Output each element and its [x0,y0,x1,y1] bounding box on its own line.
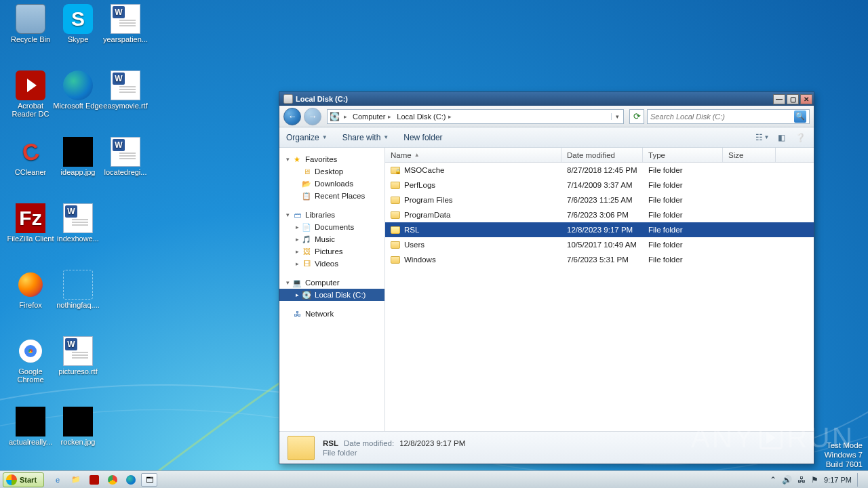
desktop-icon[interactable]: Recycle Bin [5,4,56,43]
preview-pane-button[interactable]: ◧ [774,131,788,144]
tray-expand-icon[interactable]: ⌃ [770,475,776,485]
file-row[interactable]: RSL12/8/2023 9:17 PMFile folder [385,222,814,237]
nav-videos[interactable]: 🎞Videos [279,258,384,270]
file-type: File folder [643,226,723,234]
column-headers: Name▲ Date modified Type Size [385,148,814,163]
search-icon[interactable]: 🔍 [794,110,806,123]
share-with-menu[interactable]: Share with▼ [342,133,389,142]
skype-icon: S [63,4,93,34]
file-type: File folder [643,166,723,174]
breadcrumb-root[interactable] [341,110,350,123]
desktop-icon[interactable]: nothingfaq.... [53,270,103,309]
desktop-icon[interactable]: indexhowe... [53,203,103,243]
ff-icon [16,270,45,300]
folder-icon [391,256,400,264]
tray-network-icon[interactable]: 🖧 [797,475,806,485]
taskbar-ie-icon[interactable]: e [50,473,66,487]
file-row[interactable]: ProgramData7/6/2023 3:06 PMFile folder [385,207,814,222]
nav-music[interactable]: 🎵Music [279,233,384,245]
desktop-icon-label: indexhowe... [53,235,103,243]
show-desktop-button[interactable] [857,473,864,487]
address-bar[interactable]: 💽 Computer Local Disk (C:) ▾ [327,109,624,124]
desktop-icon[interactable]: Google Chrome [5,336,56,384]
file-row[interactable]: Windows7/6/2023 5:31 PMFile folder [385,252,814,267]
taskbar-edge-icon[interactable] [123,473,139,487]
titlebar[interactable]: Local Disk (C:) — ▢ ✕ [279,92,814,106]
desktop-icon[interactable]: ideapp.jpg [53,137,103,176]
file-row[interactable]: MSOCache8/27/2018 12:45 PMFile folder [385,163,814,178]
column-name[interactable]: Name▲ [385,148,561,162]
file-name: Program Files [404,196,453,204]
column-size[interactable]: Size [723,148,776,162]
tray-clock[interactable]: 9:17 PM [824,476,852,484]
address-dropdown[interactable]: ▾ [611,113,623,120]
column-type[interactable]: Type [643,148,723,162]
forward-button[interactable]: → [304,108,321,125]
drive-icon: 💽 [328,112,341,121]
start-button[interactable]: Start [3,472,44,487]
folder-icon [391,197,400,204]
tray-flag-icon[interactable]: ⚑ [811,475,818,485]
new-folder-button[interactable]: New folder [403,133,442,142]
taskbar-acrobat-icon[interactable] [86,473,102,487]
tray-volume-icon[interactable]: 🔊 [782,475,792,485]
close-button[interactable]: ✕ [800,94,812,104]
nav-local-disk-c[interactable]: 💽Local Disk (C:) [279,289,384,301]
file-row[interactable]: PerfLogs7/14/2009 3:37 AMFile folder [385,178,814,192]
minimize-button[interactable]: — [773,94,785,104]
desktop-icon[interactable]: locatedregi... [100,137,151,176]
taskbar: Start e 📁 🗔 ⌃ 🔊 🖧 ⚑ 9:17 PM [0,470,868,488]
back-button[interactable]: ← [283,108,301,125]
search-box[interactable]: 🔍 [647,109,810,124]
black-icon [63,137,93,167]
desktop-icon[interactable]: pictureso.rtf [53,336,103,375]
desktop-icon[interactable]: rocken.jpg [53,407,103,446]
desktop-icon[interactable]: yearspatien... [100,4,151,43]
desktop-icon[interactable]: Acrobat Reader DC [5,70,56,118]
file-date: 10/5/2017 10:49 AM [561,241,643,249]
details-pane: RSL Date modified: 12/8/2023 9:17 PM Fil… [279,431,814,464]
desktop-icon[interactable]: SSkype [53,4,103,43]
organize-menu[interactable]: Organize▼ [286,133,328,142]
desktop-icon[interactable]: easymovie.rtf [100,70,151,110]
maximize-button[interactable]: ▢ [787,94,799,104]
search-input[interactable] [650,113,794,121]
file-type: File folder [643,256,723,264]
file-row[interactable]: Program Files7/6/2023 11:25 AMFile folde… [385,192,814,207]
nav-favorites[interactable]: ★Favorites [279,153,384,165]
desktop-icon[interactable]: CCleaner [5,137,56,176]
details-modified-value: 12/8/2023 9:17 PM [399,439,465,447]
nav-network[interactable]: 🖧Network [279,308,384,320]
file-date: 7/6/2023 11:25 AM [561,196,643,204]
taskbar-explorer-icon[interactable]: 📁 [68,473,84,487]
nav-libraries[interactable]: 🗃Libraries [279,209,384,221]
cc-icon [16,137,45,167]
column-date-modified[interactable]: Date modified [561,148,643,162]
pdf-icon [16,70,45,100]
refresh-button[interactable]: ⟳ [629,109,644,124]
nav-pictures[interactable]: 🖼Pictures [279,245,384,258]
breadcrumb-localdisk[interactable]: Local Disk (C:) [394,110,454,123]
taskbar-chrome-icon[interactable] [104,473,121,487]
folder-icon [391,167,400,174]
nav-bar: ← → 💽 Computer Local Disk (C:) ▾ ⟳ 🔍 [279,106,814,127]
file-type: File folder [643,241,723,249]
nav-desktop[interactable]: 🖥Desktop [279,165,384,178]
desktop-icon[interactable]: Firefox [5,270,56,309]
desktop-icon[interactable]: FzFileZilla Client [5,203,56,243]
word-icon [111,137,140,167]
desktop-icon[interactable]: actualreally... [5,407,56,446]
help-button[interactable]: ❔ [793,131,807,144]
nav-downloads[interactable]: 📂Downloads [279,178,384,190]
taskbar-explorer-window[interactable]: 🗔 [141,473,157,487]
desktop-icon[interactable]: Microsoft Edge [53,70,103,110]
nav-pane[interactable]: ★Favorites 🖥Desktop 📂Downloads 📋Recent P… [279,148,385,431]
file-name: MSOCache [404,166,444,174]
breadcrumb-computer[interactable]: Computer [350,110,394,123]
nav-documents[interactable]: 📄Documents [279,221,384,233]
nav-computer[interactable]: 💻Computer [279,277,384,289]
view-options-button[interactable]: ☷▼ [755,131,769,144]
nav-recent-places[interactable]: 📋Recent Places [279,190,384,202]
file-date: 7/14/2009 3:37 AM [561,181,643,189]
file-row[interactable]: Users10/5/2017 10:49 AMFile folder [385,237,814,252]
